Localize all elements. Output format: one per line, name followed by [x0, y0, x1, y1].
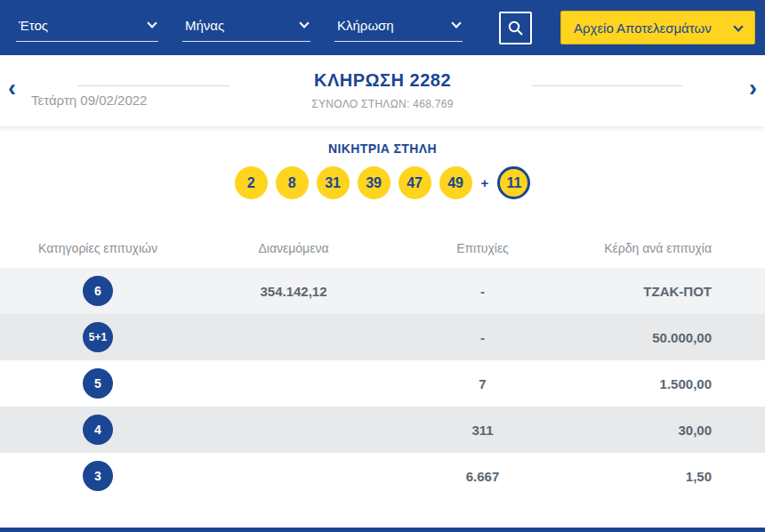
category-badge: 4	[83, 415, 113, 445]
category-badge: 3	[83, 461, 113, 491]
table-row: 5 7 1.500,00	[0, 360, 765, 407]
category-badge: 6	[83, 276, 113, 306]
wins-value: 7	[391, 376, 574, 391]
header-prize-per-win: Κέρδη ανά επιτυχία	[574, 241, 765, 255]
header-wins: Επιτυχίες	[391, 241, 574, 255]
table-row: 5+1 - 50.000,00	[0, 314, 765, 360]
search-icon	[507, 20, 524, 36]
winning-column-heading: ΝΙΚΗΤΡΙΑ ΣΤΗΛΗ	[0, 141, 765, 156]
results-archive-button[interactable]: Αρχείο Αποτελεσμάτων	[560, 11, 755, 44]
chevron-down-icon	[299, 18, 309, 28]
table-row: 6 354.142,12 - ΤΖΑΚ-ΠΟΤ	[0, 268, 765, 314]
month-dropdown-label: Μήνας	[185, 18, 224, 33]
footer-bar	[0, 528, 765, 532]
results-table: Κατηγορίες επιτυχιών Διανεμόμενα Επιτυχί…	[0, 229, 765, 499]
draw-header: ΚΛΗΡΩΣΗ 2282 ΣΥΝΟΛΟ ΣΤΗΛΩΝ: 468.769	[0, 70, 765, 110]
table-row: 3 6.667 1,50	[0, 453, 765, 499]
winning-number-ball: 31	[317, 166, 350, 199]
category-badge: 5+1	[83, 322, 113, 352]
header-categories: Κατηγορίες επιτυχιών	[0, 241, 196, 255]
draw-title: ΚΛΗΡΩΣΗ 2282	[0, 70, 765, 91]
header-distributed: Διανεμόμενα	[196, 241, 391, 255]
draw-navigation: ‹ Τετάρτη 09/02/2022 ΚΛΗΡΩΣΗ 2282 ΣΥΝΟΛΟ…	[0, 55, 765, 126]
distributed-value: 354.142,12	[196, 284, 391, 299]
search-button[interactable]	[499, 12, 532, 44]
prize-value: ΤΖΑΚ-ΠΟΤ	[574, 284, 765, 299]
wins-value: -	[391, 284, 574, 299]
draw-dropdown[interactable]: Κλήρωση	[334, 14, 463, 42]
year-dropdown[interactable]: Έτος	[16, 14, 158, 42]
winning-number-ball: 47	[399, 166, 431, 199]
winning-number-ball: 2	[235, 166, 268, 199]
divider-line	[532, 85, 683, 86]
chevron-down-icon	[451, 18, 461, 28]
winning-number-ball: 8	[276, 166, 309, 199]
prize-value: 30,00	[574, 423, 765, 438]
prize-value: 1.500,00	[574, 376, 765, 391]
wins-value: 6.667	[391, 469, 574, 484]
bonus-number-ball: 11	[497, 166, 530, 199]
table-header-row: Κατηγορίες επιτυχιών Διανεμόμενα Επιτυχί…	[0, 229, 765, 268]
draw-dropdown-label: Κλήρωση	[337, 18, 394, 33]
month-dropdown[interactable]: Μήνας	[182, 14, 310, 42]
wins-value: 311	[391, 423, 574, 438]
filter-bar: Έτος Μήνας Κλήρωση Αρχείο Αποτελεσμάτων	[0, 0, 765, 55]
winning-column-section: ΝΙΚΗΤΡΙΑ ΣΤΗΛΗ 2 8 31 39 47 49 + 11	[0, 126, 765, 199]
category-badge: 5	[83, 368, 113, 399]
plus-sign: +	[481, 175, 489, 190]
year-dropdown-label: Έτος	[19, 18, 48, 33]
chevron-down-icon	[733, 21, 743, 31]
wins-value: -	[391, 330, 574, 345]
prize-value: 1,50	[574, 469, 765, 484]
total-columns: ΣΥΝΟΛΟ ΣΤΗΛΩΝ: 468.769	[0, 98, 765, 110]
results-archive-label: Αρχείο Αποτελεσμάτων	[574, 20, 712, 36]
chevron-down-icon	[147, 18, 157, 28]
table-row: 4 311 30,00	[0, 407, 765, 453]
winning-number-ball: 49	[439, 166, 472, 199]
winning-number-ball: 39	[358, 166, 391, 199]
next-draw-arrow[interactable]: ›	[749, 77, 757, 101]
prize-value: 50.000,00	[574, 330, 765, 345]
winning-numbers: 2 8 31 39 47 49 + 11	[0, 166, 765, 199]
